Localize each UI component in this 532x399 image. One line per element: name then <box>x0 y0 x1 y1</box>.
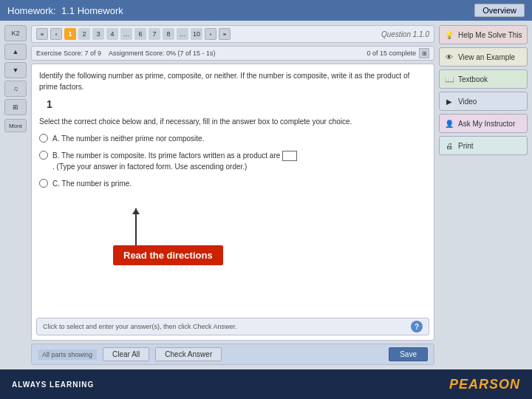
print-label: Print <box>458 142 474 150</box>
right-sidebar: 💡 Help Me Solve This 👁 View an Example 📖… <box>439 25 528 365</box>
nav-sep-2: … <box>177 28 188 40</box>
nav-page-2[interactable]: 2 <box>78 28 90 40</box>
complete-text: 0 of 15 complete <box>366 50 416 57</box>
choice-a-label: A. The number is neither prime nor compo… <box>52 133 204 144</box>
always-learning-text: ALWAYS LEARNING <box>12 381 94 389</box>
video-label: Video <box>458 98 477 106</box>
overview-button[interactable]: Overview <box>474 4 525 17</box>
nav-prev-btn[interactable]: ‹ <box>50 28 62 40</box>
left-sidebar: K2 ▲ ▼ ♫ ⊞ More <box>4 25 27 365</box>
nav-page-3[interactable]: 3 <box>92 28 104 40</box>
exercise-score-text: Exercise Score: 7 of 9 <box>36 50 101 57</box>
instruction-text: Select the correct choice below and, if … <box>39 116 426 127</box>
sidebar-btn-4[interactable]: ♫ <box>4 81 27 97</box>
choice-c: C. The number is prime. <box>39 178 426 189</box>
all-parts-label: All parts showing <box>38 349 97 360</box>
action-bar: All parts showing Clear All Check Answer… <box>31 344 434 365</box>
nav-page-1[interactable]: 1 <box>64 28 76 40</box>
clear-all-button[interactable]: Clear All <box>103 347 149 361</box>
nav-sep-1: … <box>120 28 132 40</box>
choice-b: B. The number is composite. Its prime fa… <box>39 150 426 172</box>
homework-title: 1.1 Homework <box>61 5 123 16</box>
view-example-button[interactable]: 👁 View an Example <box>439 47 528 66</box>
nav-first-btn[interactable]: « <box>36 28 48 40</box>
nav-last-btn[interactable]: » <box>219 28 231 40</box>
radio-c[interactable] <box>39 179 48 188</box>
check-answer-button[interactable]: Check Answer <box>155 347 222 361</box>
radio-a[interactable] <box>39 134 48 143</box>
sidebar-more-btn[interactable]: More <box>4 119 27 132</box>
footer-instruction: Click to select and enter your answer(s)… <box>43 323 237 330</box>
video-button[interactable]: ▶ Video <box>439 92 528 111</box>
exercise-score: Exercise Score: 7 of 9 <box>36 50 101 57</box>
top-bar-title: Homework: 1.1 Homework <box>7 5 123 16</box>
choice-b-pre: B. The number is composite. Its prime fa… <box>52 151 280 160</box>
footer-right: PEARSON <box>449 377 520 392</box>
choice-b-post: . (Type your answer in factored form. Us… <box>52 163 247 171</box>
top-bar: Homework: 1.1 Homework Overview <box>0 0 532 21</box>
nav-page-6[interactable]: 6 <box>134 28 146 40</box>
bottom-footer: ALWAYS LEARNING PEARSON <box>0 369 532 399</box>
choice-b-label: B. The number is composite. Its prime fa… <box>52 150 297 172</box>
ask-icon: 👤 <box>444 118 454 129</box>
choice-a: A. The number is neither prime nor compo… <box>39 133 426 144</box>
choice-c-label: C. The number is prime. <box>52 178 132 189</box>
question-area: Identify the following number as prime, … <box>31 64 434 341</box>
print-button[interactable]: 🖨 Print <box>439 136 528 155</box>
textbook-label: Textbook <box>458 75 488 83</box>
question-label: Question 1.1.0 <box>381 30 429 38</box>
sidebar-btn-3[interactable]: ▼ <box>4 62 27 78</box>
callout-container: Read the directions <box>113 208 223 265</box>
assignment-score-text: Assignment Score: 0% (7 of 15 - 1s) <box>109 50 216 57</box>
question-footer: Click to select and enter your answer(s)… <box>36 318 429 335</box>
video-icon: ▶ <box>444 96 454 106</box>
assignment-score: Assignment Score: 0% (7 of 15 - 1s) <box>109 50 216 57</box>
nav-page-4[interactable]: 4 <box>106 28 118 40</box>
main-content: K2 ▲ ▼ ♫ ⊞ More « ‹ 1 2 3 4 … 6 7 8 … 10… <box>0 21 532 369</box>
print-icon: 🖨 <box>444 140 454 151</box>
nav-bar: « ‹ 1 2 3 4 … 6 7 8 … 10 › » Question 1.… <box>31 25 434 43</box>
ask-instructor-button[interactable]: 👤 Ask My Instructor <box>439 114 528 133</box>
help-icon: 💡 <box>444 30 454 40</box>
callout-arrow-line <box>135 208 137 245</box>
help-solve-button[interactable]: 💡 Help Me Solve This <box>439 25 528 44</box>
nav-page-8[interactable]: 8 <box>163 28 174 40</box>
textbook-button[interactable]: 📖 Textbook <box>439 69 528 89</box>
pearson-text: PEARSON <box>449 377 520 392</box>
question-text: Identify the following number as prime, … <box>39 70 426 92</box>
sidebar-btn-2[interactable]: ▲ <box>4 44 27 60</box>
callout-box: Read the directions <box>113 245 223 265</box>
ask-label: Ask My Instructor <box>458 120 515 128</box>
footer-left: ALWAYS LEARNING <box>12 381 94 389</box>
sidebar-btn-1[interactable]: K2 <box>4 25 27 41</box>
nav-next-btn[interactable]: › <box>205 28 216 40</box>
callout-arrowhead <box>132 208 140 214</box>
help-solve-label: Help Me Solve This <box>458 31 522 39</box>
question-number: 1 <box>47 98 426 110</box>
nav-page-7[interactable]: 7 <box>149 28 160 40</box>
save-button[interactable]: Save <box>389 347 428 361</box>
answer-input-box[interactable] <box>282 151 297 161</box>
help-icon[interactable]: ? <box>411 321 423 332</box>
example-icon: 👁 <box>444 52 454 62</box>
score-bar: Exercise Score: 7 of 9 Assignment Score:… <box>31 46 434 61</box>
sidebar-btn-5[interactable]: ⊞ <box>4 99 27 115</box>
center-panel: « ‹ 1 2 3 4 … 6 7 8 … 10 › » Question 1.… <box>31 25 434 365</box>
textbook-icon: 📖 <box>444 74 454 84</box>
radio-b[interactable] <box>39 151 48 160</box>
complete-info: 0 of 15 complete ⊞ <box>366 48 429 58</box>
expand-icon[interactable]: ⊞ <box>419 48 429 58</box>
nav-page-10[interactable]: 10 <box>191 28 202 40</box>
view-example-label: View an Example <box>458 53 515 61</box>
homework-label: Homework: <box>7 5 56 16</box>
